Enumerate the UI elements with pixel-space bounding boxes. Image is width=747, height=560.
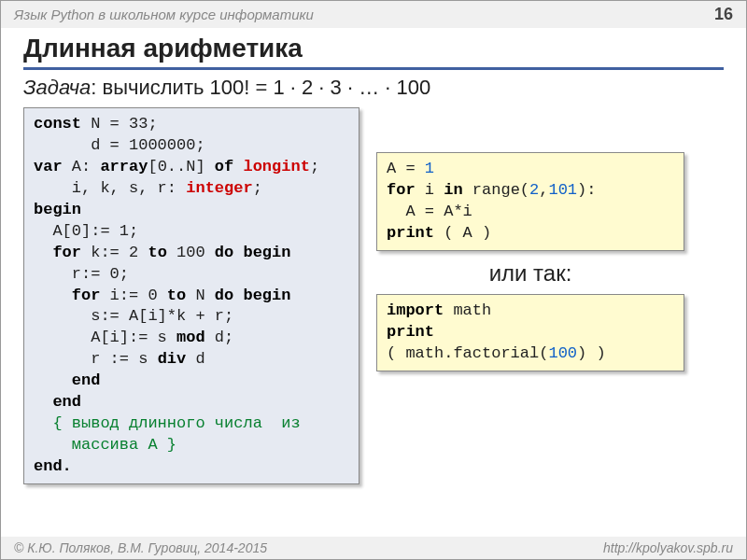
slide-title: Длинная арифметика bbox=[23, 34, 724, 70]
python-column: A = 1 for i in range(2,101): A = A*i pri… bbox=[376, 152, 684, 371]
content: Длинная арифметика Задача: вычислить 100… bbox=[1, 28, 746, 494]
subject-text: Язык Python в школьном курсе информатики bbox=[14, 7, 314, 22]
task-line: Задача: вычислить 100! = 1 · 2 · 3 · … ·… bbox=[23, 76, 724, 100]
task-label: Задача bbox=[23, 76, 91, 99]
python-code-1: A = 1 for i in range(2,101): A = A*i pri… bbox=[376, 152, 684, 251]
header-bar: Язык Python в школьном курсе информатики… bbox=[1, 1, 746, 28]
task-text: : вычислить 100! = 1 · 2 · 3 · … · 100 bbox=[91, 76, 430, 99]
pascal-code: const N = 33; d = 1000000; var A: array[… bbox=[23, 107, 359, 484]
footer-authors: © К.Ю. Поляков, В.М. Гуровиц, 2014-2015 bbox=[14, 540, 267, 555]
code-row: const N = 33; d = 1000000; var A: array[… bbox=[23, 107, 724, 484]
page-number: 16 bbox=[714, 5, 733, 24]
footer-bar: © К.Ю. Поляков, В.М. Гуровиц, 2014-2015 … bbox=[1, 537, 746, 559]
footer-url: http://kpolyakov.spb.ru bbox=[603, 540, 733, 555]
or-text: или так: bbox=[376, 260, 684, 287]
python-code-2: import math print ( math.factorial(100) … bbox=[376, 294, 684, 371]
